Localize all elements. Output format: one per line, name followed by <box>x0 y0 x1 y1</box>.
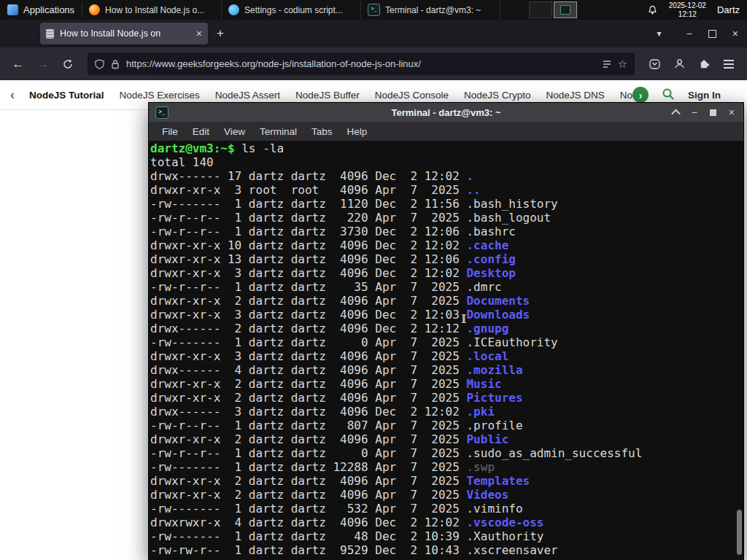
terminal-ls-row: -rw------- 1 dartz dartz 48 Dec 2 10:39 … <box>150 529 743 543</box>
ls-entry-name: Desktop <box>466 266 515 280</box>
nav-scroll-left-icon[interactable]: ‹ <box>10 88 15 103</box>
terminal-menu-help[interactable]: Help <box>340 124 375 139</box>
window-controls: − × <box>686 28 738 39</box>
reader-view-icon[interactable] <box>603 60 611 69</box>
terminal-ls-row: drwxr-xr-x 10 dartz dartz 4096 Dec 2 12:… <box>150 238 743 252</box>
ls-entry-name: . <box>466 169 473 183</box>
menu-hamburger-icon[interactable] <box>718 53 740 75</box>
site-nav-item[interactable]: NodeJS Console <box>375 90 449 101</box>
terminal-scrollbar[interactable] <box>735 142 743 559</box>
taskbar-window-button[interactable]: >_Terminal - dartz@vm3: ~ <box>361 0 500 20</box>
terminal-menu-edit[interactable]: Edit <box>185 124 217 139</box>
terminal-menu-terminal[interactable]: Terminal <box>252 124 304 139</box>
url-bar[interactable]: https://www.geeksforgeeks.org/node-js/in… <box>88 52 635 75</box>
tab-bar: How to Install Node.js on × + ▾ − × <box>0 20 747 47</box>
terminal-ls-row: drwxr-xr-x 3 dartz dartz 4096 Dec 2 12:0… <box>150 266 743 280</box>
ls-entry-name: .profile <box>466 419 522 432</box>
clock-date: 2025-12-02 <box>669 1 706 10</box>
window-minimize-button[interactable]: − <box>686 28 692 39</box>
ls-entry-name: .cache <box>466 238 508 252</box>
reload-button[interactable] <box>57 53 79 75</box>
forward-button[interactable]: → <box>32 53 54 75</box>
ls-entry-name: .. <box>466 183 480 197</box>
ls-entry-name: Music <box>466 377 501 391</box>
terminal-menu-view[interactable]: View <box>217 124 252 139</box>
terminal-shade-button[interactable] <box>673 109 679 116</box>
maximize-icon <box>708 30 716 38</box>
scrollbar-thumb[interactable] <box>737 510 742 555</box>
account-icon[interactable] <box>668 53 690 75</box>
tab-close-icon[interactable]: × <box>196 28 202 39</box>
shell-prompt: dartz@vm3:~$ <box>150 141 235 155</box>
extensions-icon[interactable] <box>693 53 715 75</box>
terminal-ls-row: -rw-r--r-- 1 dartz dartz 3730 Dec 2 12:0… <box>150 225 743 238</box>
clock[interactable]: 2025-12-02 12:12 <box>669 1 706 19</box>
terminal-ls-row: drwxr-xr-x 2 dartz dartz 4096 Apr 7 2025… <box>150 474 743 488</box>
ls-entry-name: .dmrc <box>466 280 501 294</box>
tab-title: How to Install Node.js on <box>60 28 190 39</box>
taskbar-window-title: How to Install Node.js o... <box>105 5 214 15</box>
browser-toolbar: ← → https://www.geeksforgeeks.org/node-j… <box>0 47 747 80</box>
site-nav-item[interactable]: NodeJS Tutorial <box>29 90 104 101</box>
sign-in-button[interactable]: Sign In <box>688 90 737 101</box>
terminal-ls-row: drwxr-xr-x 3 dartz dartz 4096 Dec 2 12:0… <box>150 308 743 322</box>
ls-entry-name: Downloads <box>466 308 530 322</box>
ls-entry-name: Videos <box>466 488 508 502</box>
taskbar-window-button[interactable]: Settings - codium script... <box>222 0 361 20</box>
terminal-ls-row: -rw-r--r-- 1 dartz dartz 807 Apr 7 2025 … <box>150 419 743 432</box>
site-nav-item[interactable]: NodeJS Assert <box>215 90 280 101</box>
terminal-titlebar[interactable]: >_ Terminal - dartz@vm3: ~ − × <box>149 103 743 122</box>
pocket-icon[interactable] <box>643 53 665 75</box>
ls-entry-name: .swp <box>466 460 495 474</box>
terminal-ls-row: -rw-r--r-- 1 dartz dartz 220 Apr 7 2025 … <box>150 211 743 225</box>
taskbar-window-button[interactable]: How to Install Node.js o... <box>82 0 222 20</box>
list-all-tabs-icon[interactable]: ▾ <box>657 28 662 39</box>
applications-menu-button[interactable]: Applications <box>0 0 82 20</box>
ls-entry-name: .config <box>466 252 515 266</box>
bookmark-star-icon[interactable]: ☆ <box>618 58 627 71</box>
window-close-button[interactable]: × <box>732 28 738 39</box>
site-nav-item[interactable]: NodeJS DNS <box>546 90 605 101</box>
terminal-ls-row: drwxrwxr-x 4 dartz dartz 4096 Dec 2 12:0… <box>150 516 743 529</box>
terminal-ls-row: drwx------ 2 dartz dartz 4096 Dec 2 12:1… <box>150 322 743 335</box>
terminal-output[interactable]: dartz@vm3:~$ ls -latotal 140drwx------ 1… <box>149 141 743 560</box>
ls-entry-name: Public <box>466 432 508 446</box>
terminal-ls-row: drwxr-xr-x 3 root root 4096 Apr 7 2025 .… <box>150 183 743 197</box>
terminal-minimize-button[interactable]: − <box>692 106 697 118</box>
terminal-ls-row: -rw------- 1 dartz dartz 1120 Dec 2 11:5… <box>150 197 743 211</box>
terminal-window-controls: − × <box>673 103 735 122</box>
shell-command: ls -la <box>235 141 284 155</box>
terminal-ls-row: drwxr-xr-x 2 dartz dartz 4096 Apr 7 2025… <box>150 391 743 405</box>
user-menu[interactable]: Dartz <box>717 4 740 15</box>
clock-time: 12:12 <box>678 10 697 19</box>
terminal-maximize-button[interactable] <box>710 109 716 116</box>
browser-tab[interactable]: How to Install Node.js on × <box>40 23 208 44</box>
site-search-icon[interactable] <box>662 88 675 103</box>
terminal-icon: >_ <box>155 106 169 119</box>
site-nav-item[interactable]: NodeJS Exercises <box>120 90 200 101</box>
new-tab-button[interactable]: + <box>217 26 224 41</box>
ls-entry-name: .bash_history <box>466 197 557 211</box>
applications-label: Applications <box>23 4 74 15</box>
terminal-ls-row: drwxr-xr-x 3 dartz dartz 4096 Apr 7 2025… <box>150 349 743 363</box>
terminal-menu-tabs[interactable]: Tabs <box>304 124 340 139</box>
terminal-menu-file[interactable]: File <box>155 124 185 139</box>
ls-entry-name: .xscreensaver <box>466 543 557 557</box>
tracking-protection-shield-icon[interactable] <box>95 59 104 69</box>
terminal-ls-row: drwx------ 17 dartz dartz 4096 Dec 2 12:… <box>150 169 743 183</box>
site-nav-item[interactable]: NodeJS Buffer <box>295 90 360 101</box>
back-button[interactable]: ← <box>7 53 29 75</box>
workspace-2[interactable] <box>554 1 577 18</box>
ls-entry-name: .vscode-oss <box>466 516 543 529</box>
notification-bell-icon[interactable] <box>647 4 658 16</box>
workspace-1[interactable] <box>529 1 552 18</box>
lock-icon[interactable] <box>111 59 120 69</box>
chevron-up-icon <box>671 109 681 118</box>
nav-scroll-right-icon[interactable]: › <box>632 87 649 103</box>
ls-entry-name: .gnupg <box>466 322 508 335</box>
window-maximize-button[interactable] <box>708 30 716 38</box>
ls-entry-name: .sudo_as_admin_successful <box>466 446 642 460</box>
site-nav-item[interactable]: NodeJS Crypto <box>464 90 531 101</box>
terminal-ls-row: drwxr-xr-x 2 dartz dartz 4096 Apr 7 2025… <box>150 294 743 308</box>
terminal-close-button[interactable]: × <box>729 106 735 118</box>
